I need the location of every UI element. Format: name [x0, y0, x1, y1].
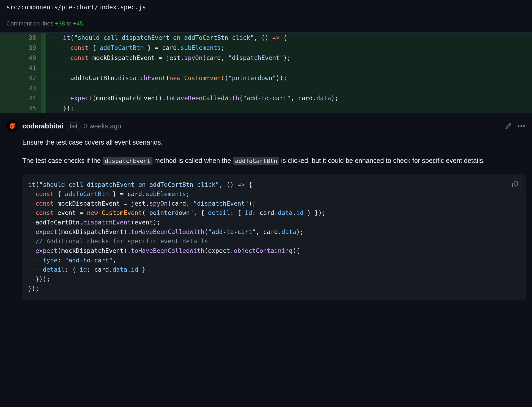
comment-range-prefix: Comment on lines: [6, 20, 55, 27]
line-number[interactable]: 38: [0, 33, 41, 43]
addition-marker: [41, 83, 46, 93]
diff-table: 38····it("should call dispatchEvent on a…: [0, 33, 532, 113]
code-line[interactable]: ······expect(mockDispatchEvent).toHaveBe…: [46, 93, 532, 103]
diff-row: 42······addToCartBtn.dispatchEvent(new C…: [0, 73, 532, 83]
line-number[interactable]: 43: [0, 83, 41, 93]
suggestion-block: it("should call dispatchEvent on addToCa…: [22, 174, 526, 300]
line-number[interactable]: 41: [0, 63, 41, 73]
addition-marker: [41, 103, 46, 113]
comment-range-from[interactable]: +38: [55, 20, 65, 27]
addition-marker: [41, 33, 46, 43]
line-number[interactable]: 40: [0, 53, 41, 63]
diff-row: 40······const mockDispatchEvent = jest.s…: [0, 53, 532, 63]
addition-marker: [41, 43, 46, 53]
more-actions-button[interactable]: •••: [517, 122, 526, 130]
suggestion-code[interactable]: it("should call dispatchEvent on addToCa…: [28, 180, 520, 294]
diff-row: 45····});: [0, 103, 532, 113]
pencil-icon: [505, 123, 512, 129]
kebab-icon: •••: [517, 122, 526, 130]
line-number[interactable]: 42: [0, 73, 41, 83]
coderabbit-icon: [8, 122, 16, 130]
comment-timestamp[interactable]: 3 weeks ago: [84, 122, 121, 130]
file-header: src/components/pie-chart/index.spec.js: [0, 0, 532, 15]
code-line[interactable]: ······const mockDispatchEvent = jest.spy…: [46, 53, 532, 63]
diff-row: 38····it("should call dispatchEvent on a…: [0, 33, 532, 43]
code-line[interactable]: ····it("should call dispatchEvent on add…: [46, 33, 532, 43]
code-line[interactable]: ······const { addToCartBtn } = card.subE…: [46, 43, 532, 53]
file-path[interactable]: src/components/pie-chart/index.spec.js: [6, 4, 146, 11]
addition-marker: [41, 93, 46, 103]
comment-paragraph: The test case checks if the dispatchEven…: [22, 155, 526, 166]
comment-heading: Ensure the test case covers all event sc…: [22, 137, 526, 148]
line-number[interactable]: 45: [0, 103, 41, 113]
inline-code: addToCartBtn: [233, 157, 279, 165]
line-number[interactable]: 44: [0, 93, 41, 103]
bot-badge: bot: [67, 122, 81, 130]
addition-marker: [41, 73, 46, 83]
code-line[interactable]: [46, 63, 532, 73]
comment-author[interactable]: coderabbitai: [22, 122, 63, 130]
diff-row: 39······const { addToCartBtn } = card.su…: [0, 43, 532, 53]
comment-range-to[interactable]: +45: [73, 20, 83, 27]
copy-button[interactable]: [509, 179, 521, 190]
inline-code: dispatchEvent: [103, 157, 152, 165]
code-line[interactable]: [46, 83, 532, 93]
code-line[interactable]: ····});: [46, 103, 532, 113]
addition-marker: [41, 63, 46, 73]
comment-range-bar: Comment on lines +38 to +45: [0, 15, 532, 33]
diff-row: 41: [0, 63, 532, 73]
review-comment: coderabbitai bot 3 weeks ago ••• Ensure …: [0, 113, 532, 300]
avatar[interactable]: [6, 120, 18, 132]
addition-marker: [41, 53, 46, 63]
diff-row: 43: [0, 83, 532, 93]
comment-range-to-word: to: [65, 20, 73, 27]
line-number[interactable]: 39: [0, 43, 41, 53]
diff-row: 44······expect(mockDispatchEvent).toHave…: [0, 93, 532, 103]
edit-button[interactable]: [505, 123, 512, 129]
copy-icon: [512, 181, 518, 187]
code-line[interactable]: ······addToCartBtn.dispatchEvent(new Cus…: [46, 73, 532, 83]
